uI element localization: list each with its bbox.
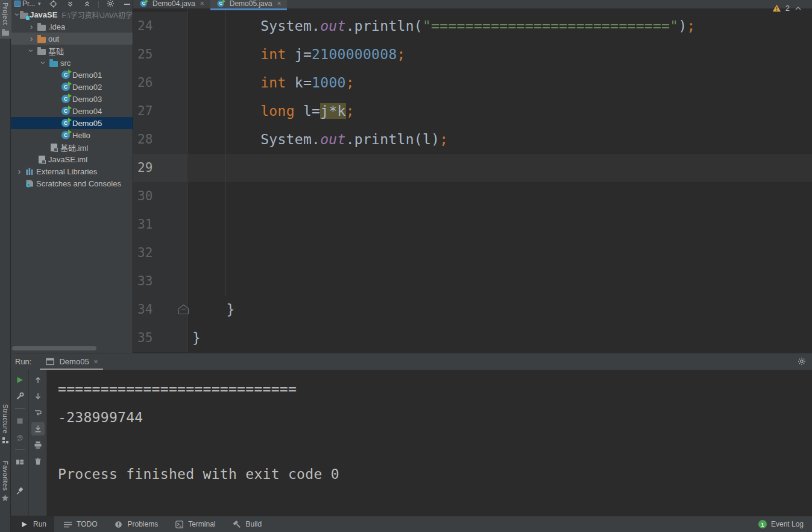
- statusbar-item-terminal[interactable]: Terminal: [166, 516, 223, 532]
- tree-item-Demo05[interactable]: CDemo05: [11, 117, 133, 129]
- status-bar-left: RunTODOProblemsTerminalBuild: [11, 516, 269, 532]
- tab-Demo04.java[interactable]: CDemo04.java×: [133, 0, 210, 8]
- code-line-33[interactable]: 33: [133, 267, 812, 296]
- chevron-down-icon[interactable]: ›: [39, 58, 48, 68]
- code-line-30[interactable]: 30: [133, 182, 812, 211]
- tool-window-button-project[interactable]: Project: [0, 0, 11, 39]
- tree-item-JavaSE[interactable]: ›JavaSEF:\学习资料\JAVA初学: [11, 8, 133, 21]
- code-token: System.: [192, 18, 320, 34]
- print-button[interactable]: [31, 439, 45, 452]
- event-log-button[interactable]: 1 Event Log: [758, 520, 812, 528]
- run-settings-button[interactable]: [798, 357, 806, 366]
- fold-marker-icon[interactable]: [178, 304, 189, 317]
- inspections-widget[interactable]: 2: [772, 4, 804, 13]
- module-selector[interactable]: Pr... ▼: [14, 0, 42, 8]
- scroll-to-end-button[interactable]: [31, 422, 45, 435]
- run-tab-demo05[interactable]: Demo05 ×: [42, 353, 100, 370]
- console-output[interactable]: ============================-238999744 P…: [47, 370, 812, 516]
- statusbar-item-run[interactable]: Run: [11, 516, 54, 532]
- tree-item-External Libraries[interactable]: ›External Libraries: [11, 165, 133, 177]
- print-icon: [33, 441, 43, 449]
- tree-item-label: Demo03: [72, 95, 102, 104]
- hide-button[interactable]: [122, 1, 133, 8]
- code-line-26[interactable]: 26 int k=1000;: [133, 69, 812, 97]
- code-token: out: [320, 131, 345, 147]
- tool-window-button-favorites[interactable]: Favorites: [0, 458, 11, 504]
- statusbar-item-build[interactable]: Build: [224, 516, 270, 532]
- pin-button[interactable]: [13, 484, 27, 498]
- chevron-right-icon[interactable]: ›: [27, 34, 36, 43]
- tree-item-Scratches and Consoles[interactable]: Scratches and Consoles: [11, 177, 133, 189]
- edit-config-button[interactable]: [13, 390, 27, 403]
- code-line-25[interactable]: 25 int j=2100000008;: [133, 40, 812, 69]
- tool-window-button-structure[interactable]: Structure: [0, 402, 11, 446]
- locate-button[interactable]: [48, 0, 58, 8]
- tree-item-Demo03[interactable]: CDemo03: [11, 93, 133, 105]
- console-icon: [45, 358, 55, 366]
- tree-item-Demo01[interactable]: CDemo01: [11, 69, 133, 81]
- code-token: ): [678, 18, 687, 34]
- tree-item-Demo04[interactable]: CDemo04: [11, 105, 133, 117]
- code-line-28[interactable]: 28 System.out.println(l);: [133, 125, 812, 154]
- line-number: 35: [133, 324, 187, 352]
- stripe-top-group: Project: [0, 0, 10, 39]
- tree-item-out[interactable]: ›out: [11, 33, 133, 45]
- restart-debug-button[interactable]: [13, 431, 27, 444]
- statusbar-item-todo[interactable]: TODO: [54, 516, 105, 532]
- status-bar: RunTODOProblemsTerminalBuild 1 Event Log: [11, 516, 812, 532]
- tree-item-label: Demo02: [72, 83, 102, 92]
- tree-item-src[interactable]: ›src: [11, 57, 133, 69]
- tab-Demo05.java[interactable]: CDemo05.java×: [210, 0, 288, 8]
- line-number: 30: [133, 182, 187, 211]
- tool-window-button-label: Favorites: [2, 461, 9, 491]
- editor-tab-bar: CDemo04.java×CDemo05.java×: [133, 0, 812, 8]
- close-icon[interactable]: ×: [200, 0, 204, 8]
- statusbar-item-problems[interactable]: Problems: [105, 516, 166, 532]
- up-stack-icon: [33, 376, 43, 384]
- chevron-down-icon[interactable]: ›: [27, 46, 36, 55]
- code-line-29[interactable]: 29: [133, 154, 812, 182]
- tree-item-label: JavaSE: [30, 10, 57, 19]
- folder-excluded-icon: [36, 35, 47, 43]
- code-line-35[interactable]: 35}: [133, 324, 812, 352]
- code-line-24[interactable]: 24 System.out.println("=================…: [133, 12, 812, 40]
- close-icon[interactable]: ×: [94, 358, 98, 366]
- statusbar-item-label: Run: [33, 520, 46, 528]
- line-number: 33: [133, 267, 187, 296]
- code-line-32[interactable]: 32: [133, 239, 812, 267]
- module-icon: [14, 1, 20, 7]
- rerun-button[interactable]: [13, 373, 27, 387]
- code-line-31[interactable]: 31: [133, 211, 812, 239]
- tool-window-button-label: Structure: [2, 404, 9, 434]
- tree-item-.idea[interactable]: ›.idea: [11, 21, 133, 33]
- console-line: -238999744: [58, 404, 812, 432]
- soft-wrap-button[interactable]: [31, 406, 45, 419]
- tree-item-label: Hello: [72, 131, 90, 140]
- tree-item-Demo02[interactable]: CDemo02: [11, 81, 133, 93]
- clear-button[interactable]: [31, 455, 45, 468]
- horizontal-scrollbar[interactable]: [12, 346, 96, 350]
- layout-button[interactable]: [13, 455, 27, 469]
- down-stack-button[interactable]: [31, 390, 45, 403]
- chevron-right-icon[interactable]: ›: [27, 22, 36, 31]
- tree-item-JavaSE.iml[interactable]: JavaSE.iml: [11, 153, 133, 165]
- collapse-up-button[interactable]: [81, 0, 92, 8]
- code-token: }: [192, 302, 235, 317]
- tree-item-基础[interactable]: ›基础: [11, 45, 133, 57]
- gear-button[interactable]: [105, 0, 116, 8]
- code-line-34[interactable]: 34 }: [133, 296, 812, 324]
- gear-icon: [105, 0, 116, 8]
- close-icon[interactable]: ×: [277, 0, 281, 8]
- tree-item-Hello[interactable]: CHello: [11, 129, 133, 141]
- stop-button[interactable]: [13, 414, 27, 428]
- code-token: int: [260, 75, 286, 90]
- chevron-right-icon[interactable]: ›: [14, 167, 24, 176]
- editor[interactable]: 24 System.out.println("=================…: [133, 8, 812, 353]
- toolbar-separator: [15, 408, 25, 409]
- code-token: .println(: [346, 18, 423, 34]
- collapse-down-button[interactable]: [65, 0, 75, 8]
- tree-item-基础.iml[interactable]: 基础.iml: [11, 141, 133, 153]
- code-line-27[interactable]: 27 long l=j*k;: [133, 97, 812, 125]
- up-stack-button[interactable]: [31, 373, 45, 387]
- chevron-up-icon[interactable]: [793, 6, 804, 11]
